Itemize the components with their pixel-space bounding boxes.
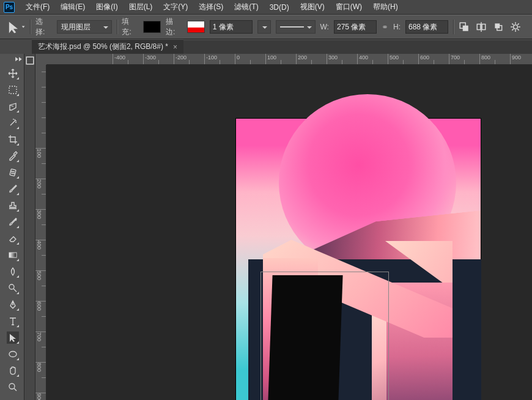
menubar: Ps 文件(F) 编辑(E) 图像(I) 图层(L) 文字(Y) 选择(S) 滤… [0,0,532,15]
width-field[interactable]: 275 像素 [334,20,377,34]
line-style-icon [280,26,304,28]
divider [453,20,454,34]
svg-point-26 [9,383,15,389]
menu-layer[interactable]: 图层(L) [124,0,158,14]
stamp-tool-icon[interactable] [7,199,19,212]
dodge-tool-icon[interactable] [7,282,19,294]
ruler-gutter [24,54,35,400]
path-arrangement-icon[interactable] [493,21,504,32]
stroke-width-field[interactable]: 1 像素 [210,20,253,34]
divider [117,20,117,34]
svg-rect-1 [463,26,468,31]
ellipse-tool-icon[interactable] [7,348,19,360]
selection-scope-dropdown[interactable]: 现用图层 [57,20,112,34]
menu-type[interactable]: 文字(Y) [158,0,193,14]
type-tool-icon[interactable] [7,315,19,327]
stroke-width-dropdown[interactable] [257,20,271,34]
svg-line-19 [11,171,15,172]
gradient-tool-icon[interactable] [7,249,19,261]
svg-rect-28 [26,57,34,64]
svg-point-22 [9,284,14,289]
document-tab[interactable]: 艺术海报.psd @ 50% (侧面2, RGB/8#) * × [32,39,183,54]
history-brush-tool-icon[interactable] [7,216,19,228]
blur-tool-icon[interactable] [7,265,19,278]
svg-line-20 [11,173,15,174]
svg-line-15 [517,23,519,24]
tool-palette [0,54,24,400]
menu-edit[interactable]: 编辑(E) [56,0,90,14]
hand-tool-icon[interactable] [7,365,19,377]
canvas-area[interactable] [46,65,532,400]
path-selection-tool-icon[interactable] [7,331,19,344]
lasso-tool-icon[interactable] [7,100,19,113]
menu-view[interactable]: 视图(V) [295,0,330,14]
current-tool-indicator[interactable] [5,20,25,34]
selection-scope-label: 选择: [35,17,51,37]
vertical-ruler[interactable]: 100200300400500600700800900100011001200 [35,65,46,400]
menu-file[interactable]: 文件(F) [21,0,54,14]
path-operations-icon[interactable] [459,21,470,32]
svg-line-14 [512,29,513,30]
svg-rect-3 [482,24,486,30]
artboard[interactable] [236,119,481,400]
fill-label: 填充: [122,17,138,37]
close-icon[interactable]: × [173,43,177,51]
stroke-swatch[interactable] [187,21,205,33]
svg-rect-2 [477,24,481,30]
options-bar: 选择: 现用图层 填充: 描边: 1 像素 W: 275 像素 ⚭ H: 688… [0,15,532,39]
svg-rect-16 [9,86,17,94]
horizontal-ruler[interactable]: -400-300-200-100010020030040050060070080… [46,54,532,65]
fill-swatch[interactable] [143,21,161,33]
move-tool-icon[interactable] [7,67,19,80]
eyedropper-tool-icon[interactable] [7,150,19,162]
selection-scope-value: 现用图层 [61,22,91,32]
artwork-letter [263,234,453,387]
eraser-tool-icon[interactable] [7,232,19,245]
link-wh-icon[interactable]: ⚭ [382,23,388,32]
patch-tool-icon[interactable] [7,166,19,179]
collapse-toolbar-icon[interactable] [15,56,23,62]
svg-point-24 [12,304,13,305]
magic-wand-tool-icon[interactable] [7,117,19,129]
gear-icon[interactable] [510,21,521,32]
svg-line-12 [512,23,513,24]
stroke-label: 描边: [166,17,182,37]
divider [30,20,31,34]
gutter-button-icon[interactable] [26,56,34,65]
svg-rect-18 [9,169,15,176]
brush-tool-icon[interactable] [7,183,19,195]
app-logo: Ps [4,2,15,13]
svg-point-7 [514,25,518,29]
marquee-tool-icon[interactable] [7,84,19,96]
path-alignment-icon[interactable] [476,21,487,32]
menu-select[interactable]: 选择(S) [194,0,228,14]
document-tabs: 艺术海报.psd @ 50% (侧面2, RGB/8#) * × [0,39,532,54]
stroke-style-dropdown[interactable] [276,20,316,34]
crop-tool-icon[interactable] [7,133,19,146]
width-label: W: [320,23,329,31]
menu-image[interactable]: 图像(I) [91,0,122,14]
height-field[interactable]: 688 像素 [405,20,448,34]
svg-rect-21 [9,253,17,257]
height-label: H: [393,23,401,31]
menu-help[interactable]: 帮助(H) [368,0,403,14]
menu-3d[interactable]: 3D(D) [265,1,294,13]
svg-line-13 [517,29,519,30]
menu-filter[interactable]: 滤镜(T) [229,0,263,14]
svg-point-25 [9,352,17,357]
svg-line-27 [14,388,17,391]
document-tab-label: 艺术海报.psd @ 50% (侧面2, RGB/8#) * [38,42,168,52]
ruler-origin[interactable] [35,54,46,65]
menu-window[interactable]: 窗口(W) [331,0,367,14]
zoom-tool-icon[interactable] [7,381,19,393]
svg-line-17 [10,120,15,125]
pen-tool-icon[interactable] [7,298,19,311]
